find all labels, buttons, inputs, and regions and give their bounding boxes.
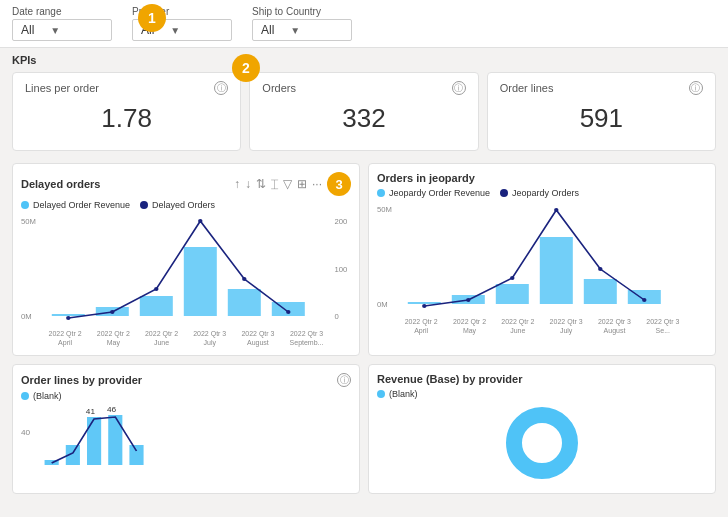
svg-text:200: 200 xyxy=(335,217,348,226)
legend-item-jeopardy-revenue: Jeopardy Order Revenue xyxy=(377,188,490,198)
x-label-april: 2022 Qtr 2April xyxy=(49,329,82,347)
jeopardy-x-label-july: 2022 Qtr 3July xyxy=(550,317,583,335)
svg-point-15 xyxy=(242,277,246,281)
x-label-may: 2022 Qtr 2May xyxy=(97,329,130,347)
svg-point-12 xyxy=(110,310,114,314)
order-lines-by-provider-panel: Order lines by provider ⓘ (Blank) 40 41 … xyxy=(12,364,360,494)
svg-point-25 xyxy=(422,304,426,308)
date-range-select[interactable]: All ▼ xyxy=(12,19,112,41)
svg-text:46: 46 xyxy=(107,406,116,414)
kpi-title-orders: Orders xyxy=(262,82,296,94)
x-label-september: 2022 Qtr 3Septemb... xyxy=(290,329,324,347)
legend-item-delayed-revenue: Delayed Order Revenue xyxy=(21,200,130,210)
x-label-august: 2022 Qtr 3August xyxy=(241,329,274,347)
hierarchy-icon[interactable]: ⌶ xyxy=(271,177,278,191)
kpi-card-orders: Orders ⓘ 332 xyxy=(249,72,478,151)
kpi-card-order-lines: Order lines ⓘ 591 xyxy=(487,72,716,151)
provider-chevron: ▼ xyxy=(170,25,180,36)
order-lines-by-provider-title: Order lines by provider xyxy=(21,374,142,386)
orders-in-jeopardy-panel: Orders in jeopardy Jeopardy Order Revenu… xyxy=(368,163,716,356)
legend-item-delayed-orders: Delayed Orders xyxy=(140,200,215,210)
sort-asc-icon[interactable]: ↑ xyxy=(234,177,240,191)
revenue-by-provider-title: Revenue (Base) by provider xyxy=(377,373,523,385)
revenue-by-provider-panel: Revenue (Base) by provider (Blank) xyxy=(368,364,716,494)
kpi-value-orders: 332 xyxy=(262,95,465,142)
svg-point-11 xyxy=(66,316,70,320)
badge-2: 2 xyxy=(232,54,260,82)
svg-text:41: 41 xyxy=(86,408,95,416)
ship-to-country-select[interactable]: All ▼ xyxy=(252,19,352,41)
more-icon[interactable]: ··· xyxy=(312,177,322,191)
svg-point-39 xyxy=(514,415,570,471)
kpi-title-order-lines: Order lines xyxy=(500,82,554,94)
svg-text:0M: 0M xyxy=(21,312,32,321)
svg-rect-8 xyxy=(184,247,217,316)
svg-rect-21 xyxy=(496,284,529,304)
svg-rect-36 xyxy=(129,445,143,465)
jeopardy-x-label-august: 2022 Qtr 3August xyxy=(598,317,631,335)
kpi-section-label: KPIs xyxy=(12,54,716,66)
badge-1: 1 xyxy=(138,4,166,32)
svg-point-29 xyxy=(598,267,602,271)
badge-3: 3 xyxy=(327,172,351,196)
svg-point-26 xyxy=(466,298,470,302)
svg-point-27 xyxy=(510,276,514,280)
kpi-value-lines-per-order: 1.78 xyxy=(25,95,228,142)
jeopardy-x-label-april: 2022 Qtr 2April xyxy=(405,317,438,335)
svg-point-13 xyxy=(154,287,158,291)
svg-point-16 xyxy=(286,310,290,314)
svg-text:100: 100 xyxy=(335,265,348,274)
svg-rect-9 xyxy=(228,289,261,316)
table-icon[interactable]: ⊞ xyxy=(297,177,307,191)
svg-text:0M: 0M xyxy=(377,300,388,309)
date-range-label: Date range xyxy=(12,6,112,17)
legend-item-jeopardy-orders: Jeopardy Orders xyxy=(500,188,579,198)
sort-desc-icon[interactable]: ↓ xyxy=(245,177,251,191)
kpi-value-order-lines: 591 xyxy=(500,95,703,142)
order-lines-legend-blank: (Blank) xyxy=(33,391,62,401)
ship-to-country-label: Ship to Country xyxy=(252,6,352,17)
svg-rect-23 xyxy=(584,279,617,304)
svg-text:50M: 50M xyxy=(377,205,392,214)
revenue-legend-blank: (Blank) xyxy=(389,389,418,399)
x-label-july: 2022 Qtr 3July xyxy=(193,329,226,347)
svg-point-30 xyxy=(642,298,646,302)
delayed-orders-panel: Delayed orders ↑ ↓ ⇅ ⌶ ▽ ⊞ ··· 3 Delayed… xyxy=(12,163,360,356)
jeopardy-x-label-june: 2022 Qtr 2June xyxy=(501,317,534,335)
delayed-orders-title: Delayed orders xyxy=(21,178,100,190)
kpi-info-icon-1[interactable]: ⓘ xyxy=(452,81,466,95)
svg-rect-22 xyxy=(540,237,573,304)
jeopardy-x-label-sep: 2022 Qtr 3Se... xyxy=(646,317,679,335)
order-lines-info-icon[interactable]: ⓘ xyxy=(337,373,351,387)
svg-point-14 xyxy=(198,219,202,223)
svg-text:0: 0 xyxy=(335,312,339,321)
jeopardy-x-label-may: 2022 Qtr 2May xyxy=(453,317,486,335)
svg-rect-7 xyxy=(140,296,173,316)
svg-text:50M: 50M xyxy=(21,217,36,226)
kpi-info-icon-2[interactable]: ⓘ xyxy=(689,81,703,95)
kpi-card-lines-per-order: Lines per order ⓘ 1.78 xyxy=(12,72,241,151)
svg-text:40: 40 xyxy=(21,429,30,437)
ship-to-country-chevron: ▼ xyxy=(290,25,300,36)
svg-rect-34 xyxy=(87,417,101,465)
date-range-filter: Date range All ▼ xyxy=(12,6,112,41)
kpi-title-lines-per-order: Lines per order xyxy=(25,82,99,94)
kpi-info-icon-0[interactable]: ⓘ xyxy=(214,81,228,95)
svg-rect-35 xyxy=(108,415,122,465)
orders-in-jeopardy-title: Orders in jeopardy xyxy=(377,172,475,184)
svg-point-28 xyxy=(554,208,558,212)
ship-to-country-filter: Ship to Country All ▼ xyxy=(252,6,352,41)
date-range-chevron: ▼ xyxy=(50,25,60,36)
chart-toolbar-delayed: ↑ ↓ ⇅ ⌶ ▽ ⊞ ··· 3 xyxy=(234,172,351,196)
filter-icon[interactable]: ▽ xyxy=(283,177,292,191)
x-label-june: 2022 Qtr 2June xyxy=(145,329,178,347)
sort-icon-2[interactable]: ⇅ xyxy=(256,177,266,191)
